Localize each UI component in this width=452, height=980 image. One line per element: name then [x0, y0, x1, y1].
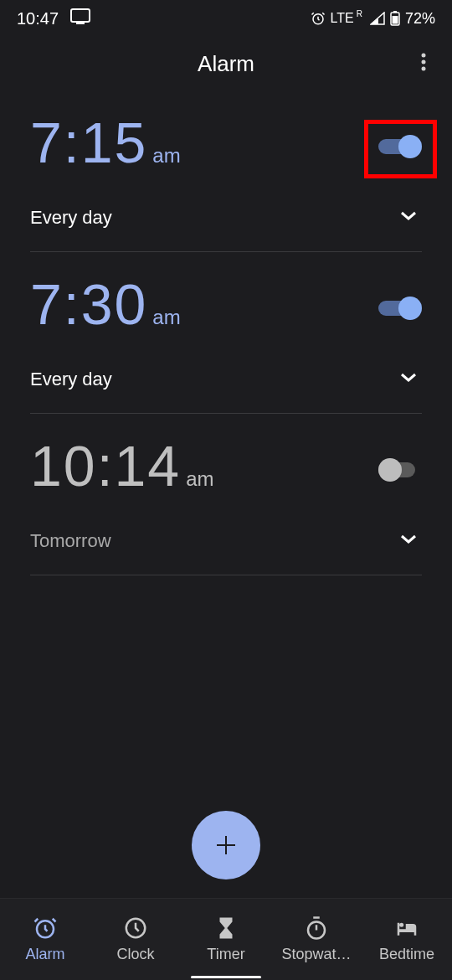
alarm-time[interactable]: 7:15 am	[30, 114, 181, 171]
hourglass-icon	[213, 916, 239, 941]
expand-button[interactable]	[395, 204, 422, 231]
svg-rect-0	[71, 9, 90, 22]
nav-alarm[interactable]: Alarm	[0, 899, 90, 980]
bottom-nav: Alarm Clock Timer Stopwat… Bedtime	[0, 898, 452, 980]
cast-icon	[70, 8, 90, 29]
alarm-item[interactable]: 7:15 am Every day	[30, 90, 422, 252]
status-left: 10:47	[17, 8, 90, 29]
network-superscript: R	[357, 9, 362, 18]
alarm-schedule: Every day	[30, 369, 112, 390]
alarm-item[interactable]: 7:30 am Every day	[30, 252, 422, 414]
nav-label: Stopwat…	[281, 946, 351, 963]
page-title: Alarm	[198, 51, 254, 77]
battery-pct: 72%	[405, 10, 435, 28]
chevron-down-icon	[399, 534, 418, 549]
add-alarm-button[interactable]	[192, 811, 260, 879]
svg-point-8	[422, 67, 426, 71]
battery-icon	[390, 11, 400, 26]
chevron-down-icon	[399, 372, 418, 387]
svg-point-6	[422, 54, 426, 58]
alarm-time-value: 10:14	[30, 437, 181, 494]
app-bar: Alarm	[0, 37, 452, 90]
alarm-schedule: Tomorrow	[30, 530, 111, 552]
nav-indicator	[191, 976, 261, 978]
expand-button[interactable]	[395, 366, 422, 393]
nav-label: Timer	[207, 946, 244, 963]
alarm-icon	[33, 916, 58, 941]
alarm-ampm: am	[152, 144, 180, 170]
status-time: 10:47	[17, 9, 59, 28]
alarm-toggle[interactable]	[378, 457, 422, 482]
nav-timer[interactable]: Timer	[181, 899, 271, 980]
more-button[interactable]	[405, 45, 442, 82]
clock-icon	[123, 916, 148, 941]
alarm-icon	[311, 11, 326, 26]
nav-bedtime[interactable]: Bedtime	[362, 899, 452, 980]
alarm-toggle[interactable]	[378, 296, 422, 321]
more-vert-icon	[421, 52, 426, 75]
svg-rect-1	[76, 23, 85, 24]
alarm-ampm: am	[152, 306, 180, 332]
nav-label: Bedtime	[379, 946, 434, 963]
alarm-schedule: Every day	[30, 207, 112, 229]
expand-button[interactable]	[395, 528, 422, 554]
network-label: LTE	[331, 11, 354, 26]
nav-label: Alarm	[25, 946, 64, 963]
alarms-list: 7:15 am Every day 7:30 am	[0, 90, 452, 575]
status-right: LTE R 72%	[311, 10, 435, 28]
chevron-down-icon	[399, 210, 418, 225]
svg-rect-5	[392, 16, 398, 24]
alarm-ampm: am	[186, 467, 213, 493]
alarm-time-value: 7:15	[30, 114, 147, 171]
svg-point-7	[422, 60, 426, 64]
alarm-toggle[interactable]	[378, 134, 422, 159]
bed-icon	[394, 916, 419, 941]
svg-rect-4	[393, 11, 397, 13]
alarm-item[interactable]: 10:14 am Tomorrow	[30, 414, 422, 575]
nav-clock[interactable]: Clock	[90, 899, 181, 980]
nav-label: Clock	[116, 946, 154, 963]
status-bar: 10:47 LTE R 72%	[0, 0, 452, 37]
alarm-time-value: 7:30	[30, 276, 147, 333]
plus-icon	[213, 833, 239, 858]
signal-icon	[370, 12, 385, 25]
stopwatch-icon	[304, 916, 329, 941]
nav-stopwatch[interactable]: Stopwat…	[271, 899, 362, 980]
alarm-time[interactable]: 10:14 am	[30, 437, 214, 494]
alarm-time[interactable]: 7:30 am	[30, 276, 181, 333]
